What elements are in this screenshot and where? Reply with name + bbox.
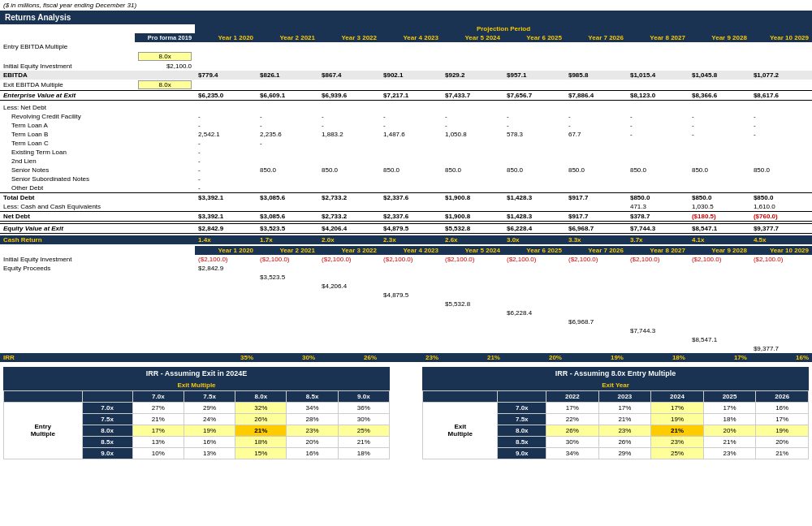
nd-y4: $2,337.6 <box>380 211 442 221</box>
tla-y9: - <box>689 121 750 130</box>
nd-y8: $378.7 <box>627 211 689 221</box>
enterprise-y1: $6,235.0 <box>195 91 257 101</box>
tla-y6: - <box>503 121 565 130</box>
ep-y4: $4,879.5 <box>380 291 442 300</box>
od-y1: - <box>195 183 257 193</box>
enterprise-y9: $8,366.6 <box>689 91 750 101</box>
td-y2: $3,085.6 <box>257 192 318 202</box>
less-cash-row: Less: Cash and Cash Equivalents 471.3 1,… <box>0 202 812 212</box>
ee-y8: $7,744.3 <box>627 223 689 233</box>
et-y1: - <box>195 148 257 157</box>
initial-equity-value: $2,100.0 <box>135 62 195 71</box>
irr1-row-label-1: 7.5x <box>82 413 132 425</box>
tla-y7: - <box>565 121 627 130</box>
tla-y10: - <box>750 121 812 130</box>
irr1-cell-2-3: 23% <box>287 425 338 436</box>
irr2-row-label-4: 9.0x <box>498 447 546 459</box>
irr-table2-subtitle: Exit Year <box>422 380 809 390</box>
ebitda-y8: $1,015.4 <box>627 71 689 80</box>
ebitda-y3: $867.4 <box>318 71 380 80</box>
eq-proceeds-row3: $4,206.4 <box>0 282 812 291</box>
ee-y7: $6,968.7 <box>565 223 627 233</box>
irr1-cell-1-4: 30% <box>338 413 389 425</box>
less-net-debt-label: Less: Net Debt <box>0 103 135 112</box>
ie-y5: ($2,100.0) <box>442 255 503 264</box>
exit-ebitda-value[interactable]: 8.0x <box>138 80 192 89</box>
irr2-cell-3-3: 21% <box>703 436 756 447</box>
irr2-cell-1-3: 18% <box>703 413 756 425</box>
entry-ebitda-row: Entry EBITDA Multiple <box>0 42 812 51</box>
entry-ebitda-input-row: 8.0x <box>0 51 812 62</box>
sr-sub-notes-label: Senior Subordinated Notes <box>0 175 135 183</box>
irr1-entry-label: Entry Multiple <box>4 402 83 459</box>
lien2-label: 2nd Lien <box>0 157 135 166</box>
enterprise-y2: $6,609.1 <box>257 91 318 101</box>
td-y6: $1,428.3 <box>503 192 565 202</box>
ebitda-y6: $957.1 <box>503 71 565 80</box>
enterprise-y4: $7,217.1 <box>380 91 442 101</box>
irr2-cell-2-0: 26% <box>546 425 599 436</box>
net-debt-label: Net Debt <box>0 211 135 221</box>
term-loan-c-row: Term Loan C - - <box>0 139 812 148</box>
y7h2: Year 7 2026 <box>565 246 627 255</box>
rev-credit-y3: - <box>318 112 380 121</box>
td-y3: $2,733.2 <box>318 192 380 202</box>
irr-table1-title: IRR - Assuming Exit in 2024E <box>3 367 390 380</box>
irr2-cell-3-0: 30% <box>546 436 599 447</box>
eq-proceeds-row10: $9,377.7 <box>0 344 812 353</box>
net-debt-row: Net Debt $3,392.1 $3,085.6 $2,733.2 $2,3… <box>0 211 812 221</box>
irr2-cell-4-1: 29% <box>598 447 651 459</box>
cr-y10: 4.5x <box>750 235 812 244</box>
term-loan-b-row: Term Loan B 2,542.1 2,235.6 1,883.2 1,48… <box>0 130 812 139</box>
irr2-row-label-2: 8.0x <box>498 425 546 436</box>
nd-y2: $3,085.6 <box>257 211 318 221</box>
y4-header: Year 4 2023 <box>380 33 442 42</box>
y2-header: Year 2 2021 <box>257 33 318 42</box>
irr-y10: 16% <box>750 353 812 362</box>
cr-y2: 1.7x <box>257 235 318 244</box>
ie-y4: ($2,100.0) <box>380 255 442 264</box>
entry-ebitda-value[interactable]: 8.0x <box>138 52 192 61</box>
tla-y4: - <box>380 121 442 130</box>
other-debt-label: Other Debt <box>0 183 135 193</box>
irr-table1-wrap: IRR - Assuming Exit in 2024E Exit Multip… <box>3 367 390 459</box>
irr2-cell-1-4: 17% <box>756 413 809 425</box>
tla-y3: - <box>318 121 380 130</box>
irr1-col3: 8.0x <box>235 390 287 402</box>
y8-header: Year 8 2027 <box>627 33 689 42</box>
eq-proceeds-row2: $3,523.5 <box>0 273 812 282</box>
enterprise-y6: $7,656.7 <box>503 91 565 101</box>
irr1-cell-4-2: 15% <box>235 447 287 459</box>
tlb-y10: - <box>750 130 812 139</box>
tla-y2: - <box>257 121 318 130</box>
lc-y8: 471.3 <box>627 202 689 212</box>
senior-notes-label: Senior Notes <box>0 166 135 175</box>
irr-y6: 20% <box>503 353 565 362</box>
ssn-y1: - <box>195 175 257 183</box>
irr-y1: 35% <box>195 353 257 362</box>
irr-y2: 30% <box>257 353 318 362</box>
nd-y10: ($760.0) <box>750 211 812 221</box>
irr1-cell-3-0: 13% <box>132 436 184 447</box>
nd-y5: $1,900.8 <box>442 211 503 221</box>
enterprise-y8: $8,123.0 <box>627 91 689 101</box>
cr-y5: 2.6x <box>442 235 503 244</box>
irr1-col4: 8.5x <box>287 390 338 402</box>
irr2-col1: 2022 <box>546 390 599 402</box>
irr-table1-subtitle: Exit Multiple <box>3 380 390 390</box>
term-loan-a-label: Term Loan A <box>0 121 135 130</box>
exit-ebitda-row: Exit EBITDA Multiple 8.0x <box>0 80 812 91</box>
ebitda-y2: $826.1 <box>257 71 318 80</box>
irr1-col2: 7.5x <box>184 390 235 402</box>
rev-credit-label: Revolving Credit Facility <box>0 112 135 121</box>
irr1-cell-4-1: 13% <box>184 447 235 459</box>
irr2-cell-2-1: 23% <box>598 425 651 436</box>
ep-y1: $2,842.9 <box>195 264 257 273</box>
ee-y5: $5,532.8 <box>442 223 503 233</box>
existing-term-label: Existing Term Loan <box>0 148 135 157</box>
ee-y9: $8,547.1 <box>689 223 750 233</box>
ep-y10: $9,377.7 <box>750 344 812 353</box>
init-equity-label2: Initial Equity Investment <box>0 255 135 264</box>
eq-proceeds-row7: $6,968.7 <box>0 317 812 326</box>
irr2-col5: 2026 <box>756 390 809 402</box>
